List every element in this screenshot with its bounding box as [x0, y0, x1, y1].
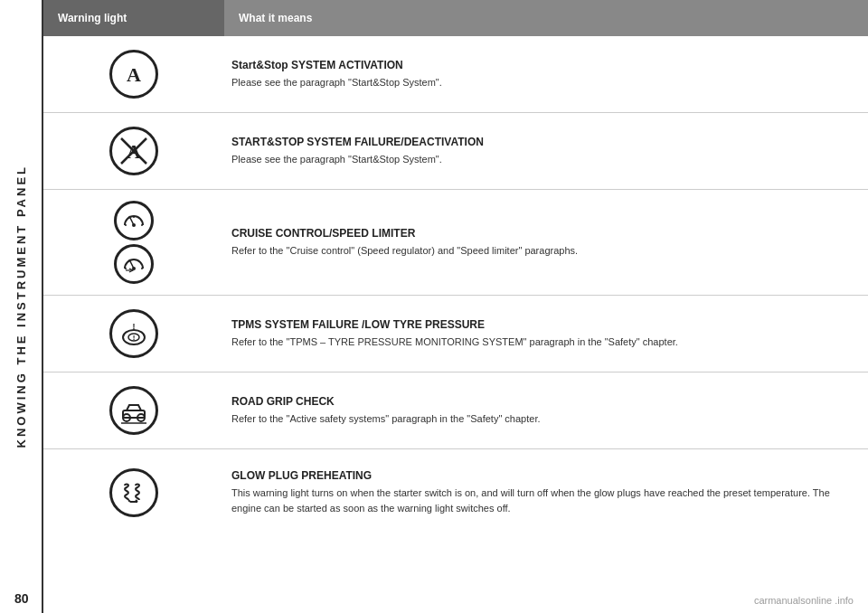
main-content: Warning light What it means A Start&Stop… [43, 0, 868, 613]
row-desc: Please see the paragraph "Start&Stop Sys… [231, 152, 854, 167]
text-cell-road-grip: ROAD GRIP CHECK Refer to the "Active saf… [224, 388, 868, 434]
text-cell-tpms: TPMS SYSTEM FAILURE /LOW TYRE PRESSURE R… [224, 311, 868, 357]
text-cell-start-stop-failure: START&STOP SYSTEM FAILURE/DEACTIVATION P… [224, 128, 868, 174]
svg-text:A: A [127, 63, 141, 86]
row-title: CRUISE CONTROL/SPEED LIMITER [231, 227, 854, 240]
table-row: A START&STOP SYSTEM FAILURE/DEACTIVATION… [43, 113, 868, 190]
start-stop-failure-icon: A [109, 127, 158, 175]
text-cell-cruise-control: CRUISE CONTROL/SPEED LIMITER Refer to th… [224, 220, 868, 266]
road-grip-icon [109, 386, 158, 435]
text-cell-glow-plug: GLOW PLUG PREHEATING This warning light … [224, 462, 868, 523]
table-row: GLOW PLUG PREHEATING This warning light … [43, 449, 868, 535]
row-title: GLOW PLUG PREHEATING [231, 469, 854, 482]
svg-text:!: ! [133, 322, 136, 331]
row-desc: Refer to the "TPMS – TYRE PRESSURE MONIT… [231, 335, 854, 350]
text-cell-start-stop-activation: Start&Stop SYSTEM ACTIVATION Please see … [224, 52, 868, 98]
cruise-control-icon-bottom [114, 244, 154, 284]
sidebar-label: KNOWING THE INSTRUMENT PANEL [14, 165, 28, 448]
icon-cell-start-stop-failure: A [43, 123, 224, 179]
row-desc: Refer to the "Cruise control" (Speed reg… [231, 243, 854, 259]
icon-cell-start-stop-activation: A [43, 46, 224, 102]
row-title: Start&Stop SYSTEM ACTIVATION [231, 59, 854, 71]
tpms-icon: ! ! [109, 309, 158, 358]
row-desc: Refer to the "Active safety systems" par… [231, 411, 854, 427]
svg-line-22 [128, 500, 130, 502]
cruise-control-icon-top [114, 201, 154, 240]
svg-text:!: ! [133, 334, 136, 342]
cruise-control-icons [114, 201, 154, 284]
icon-cell-tpms: ! ! [43, 306, 224, 362]
row-desc: This warning light turns on when the sta… [231, 486, 854, 515]
icon-cell-cruise-control [43, 197, 224, 288]
icon-cell-road-grip [43, 382, 224, 439]
row-title: START&STOP SYSTEM FAILURE/DEACTIVATION [231, 136, 854, 148]
table-body: A Start&Stop SYSTEM ACTIVATION Please se… [43, 36, 868, 613]
table-row: CRUISE CONTROL/SPEED LIMITER Refer to th… [43, 190, 868, 296]
watermark: carmanualsonline .info [754, 595, 854, 606]
start-stop-activation-icon: A [109, 50, 158, 99]
header-row: Warning light What it means [43, 0, 868, 36]
table-row: ROAD GRIP CHECK Refer to the "Active saf… [43, 373, 868, 449]
row-desc: Please see the paragraph "Start&Stop Sys… [231, 75, 854, 90]
sidebar: KNOWING THE INSTRUMENT PANEL [0, 0, 43, 613]
row-title: ROAD GRIP CHECK [231, 395, 854, 408]
row-title: TPMS SYSTEM FAILURE /LOW TYRE PRESSURE [231, 318, 854, 331]
icon-cell-glow-plug [43, 465, 224, 521]
svg-point-5 [132, 223, 136, 227]
header-warning-light: Warning light [43, 0, 224, 36]
table-row: A Start&Stop SYSTEM ACTIVATION Please se… [43, 36, 868, 113]
page-container: KNOWING THE INSTRUMENT PANEL Warning lig… [0, 0, 868, 613]
header-what-it-means: What it means [224, 0, 868, 36]
table-row: ! ! TPMS SYSTEM FAILURE /LOW TYRE PRESSU… [43, 296, 868, 373]
page-number: 80 [14, 591, 29, 606]
glow-plug-icon [109, 468, 158, 517]
